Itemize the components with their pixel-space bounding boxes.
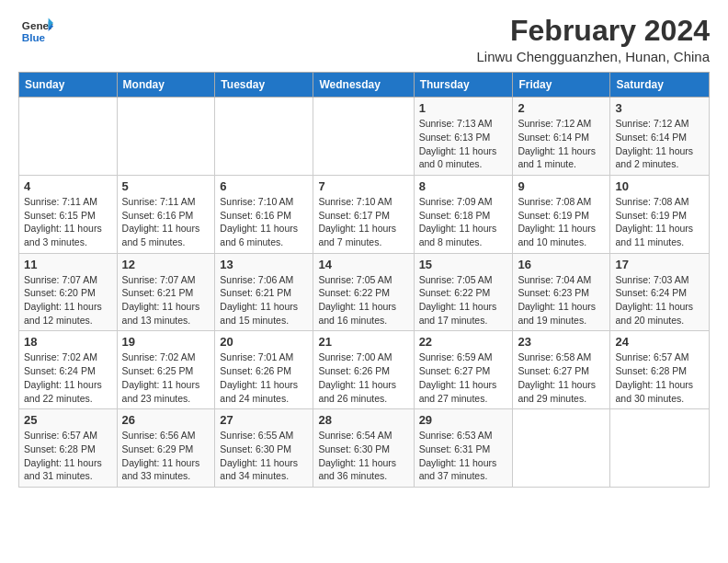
day-info: Sunrise: 6:57 AM Sunset: 6:28 PM Dayligh… bbox=[615, 350, 704, 405]
day-number: 1 bbox=[419, 101, 508, 115]
day-info: Sunrise: 6:58 AM Sunset: 6:27 PM Dayligh… bbox=[518, 350, 605, 405]
day-info: Sunrise: 6:57 AM Sunset: 6:28 PM Dayligh… bbox=[24, 429, 112, 483]
calendar-cell: 26Sunrise: 6:56 AM Sunset: 6:29 PM Dayli… bbox=[117, 409, 215, 488]
day-number: 3 bbox=[615, 101, 704, 115]
calendar-cell: 17Sunrise: 7:03 AM Sunset: 6:24 PM Dayli… bbox=[610, 253, 710, 331]
calendar-cell: 15Sunrise: 7:05 AM Sunset: 6:22 PM Dayli… bbox=[414, 253, 513, 331]
week-row-1: 1Sunrise: 7:13 AM Sunset: 6:13 PM Daylig… bbox=[19, 98, 710, 176]
day-info: Sunrise: 7:06 AM Sunset: 6:21 PM Dayligh… bbox=[220, 273, 308, 327]
day-number: 6 bbox=[220, 179, 308, 193]
day-info: Sunrise: 7:02 AM Sunset: 6:24 PM Dayligh… bbox=[24, 350, 112, 405]
day-number: 26 bbox=[122, 413, 210, 427]
day-info: Sunrise: 7:10 AM Sunset: 6:16 PM Dayligh… bbox=[220, 195, 308, 249]
calendar-cell: 28Sunrise: 6:54 AM Sunset: 6:30 PM Dayli… bbox=[313, 409, 414, 488]
col-header-sunday: Sunday bbox=[19, 73, 118, 98]
day-number: 9 bbox=[518, 179, 605, 193]
day-info: Sunrise: 6:53 AM Sunset: 6:31 PM Dayligh… bbox=[419, 429, 508, 483]
week-row-4: 18Sunrise: 7:02 AM Sunset: 6:24 PM Dayli… bbox=[19, 331, 710, 409]
calendar-cell: 29Sunrise: 6:53 AM Sunset: 6:31 PM Dayli… bbox=[414, 409, 513, 488]
day-number: 19 bbox=[122, 335, 210, 349]
calendar-cell bbox=[117, 98, 215, 176]
calendar-cell: 3Sunrise: 7:12 AM Sunset: 6:14 PM Daylig… bbox=[610, 98, 710, 176]
day-info: Sunrise: 7:03 AM Sunset: 6:24 PM Dayligh… bbox=[615, 273, 704, 327]
day-number: 20 bbox=[220, 335, 308, 349]
col-header-wednesday: Wednesday bbox=[313, 73, 414, 98]
calendar-cell: 10Sunrise: 7:08 AM Sunset: 6:19 PM Dayli… bbox=[610, 175, 710, 253]
calendar-cell: 2Sunrise: 7:12 AM Sunset: 6:14 PM Daylig… bbox=[513, 98, 610, 176]
calendar-cell: 18Sunrise: 7:02 AM Sunset: 6:24 PM Dayli… bbox=[19, 331, 118, 409]
day-info: Sunrise: 7:04 AM Sunset: 6:23 PM Dayligh… bbox=[518, 273, 605, 327]
calendar-cell: 8Sunrise: 7:09 AM Sunset: 6:18 PM Daylig… bbox=[414, 175, 513, 253]
calendar-cell: 1Sunrise: 7:13 AM Sunset: 6:13 PM Daylig… bbox=[414, 98, 513, 176]
calendar-cell: 22Sunrise: 6:59 AM Sunset: 6:27 PM Dayli… bbox=[414, 331, 513, 409]
calendar-cell bbox=[215, 98, 313, 176]
day-info: Sunrise: 6:59 AM Sunset: 6:27 PM Dayligh… bbox=[419, 350, 508, 405]
week-row-2: 4Sunrise: 7:11 AM Sunset: 6:15 PM Daylig… bbox=[19, 175, 710, 253]
day-info: Sunrise: 7:07 AM Sunset: 6:20 PM Dayligh… bbox=[24, 273, 112, 327]
calendar-cell: 20Sunrise: 7:01 AM Sunset: 6:26 PM Dayli… bbox=[215, 331, 313, 409]
week-row-3: 11Sunrise: 7:07 AM Sunset: 6:20 PM Dayli… bbox=[19, 253, 710, 331]
day-info: Sunrise: 7:00 AM Sunset: 6:26 PM Dayligh… bbox=[318, 350, 408, 405]
day-number: 11 bbox=[24, 258, 112, 271]
day-number: 17 bbox=[615, 258, 704, 271]
day-number: 4 bbox=[24, 179, 112, 193]
logo: General Blue bbox=[18, 15, 53, 52]
day-info: Sunrise: 7:08 AM Sunset: 6:19 PM Dayligh… bbox=[518, 195, 605, 249]
header-row: SundayMondayTuesdayWednesdayThursdayFrid… bbox=[19, 73, 710, 98]
calendar-cell: 7Sunrise: 7:10 AM Sunset: 6:17 PM Daylig… bbox=[313, 175, 414, 253]
main-title: February 2024 bbox=[476, 15, 710, 47]
title-block: February 2024 Linwu Chengguanzhen, Hunan… bbox=[476, 15, 710, 64]
col-header-monday: Monday bbox=[117, 73, 215, 98]
day-number: 23 bbox=[518, 335, 605, 349]
calendar-cell: 5Sunrise: 7:11 AM Sunset: 6:16 PM Daylig… bbox=[117, 175, 215, 253]
day-number: 2 bbox=[518, 101, 605, 115]
day-info: Sunrise: 7:05 AM Sunset: 6:22 PM Dayligh… bbox=[318, 273, 408, 327]
day-info: Sunrise: 7:12 AM Sunset: 6:14 PM Dayligh… bbox=[615, 117, 704, 171]
calendar-cell: 25Sunrise: 6:57 AM Sunset: 6:28 PM Dayli… bbox=[19, 409, 118, 488]
day-info: Sunrise: 7:05 AM Sunset: 6:22 PM Dayligh… bbox=[419, 273, 508, 327]
week-row-5: 25Sunrise: 6:57 AM Sunset: 6:28 PM Dayli… bbox=[19, 409, 710, 488]
day-number: 25 bbox=[24, 413, 112, 427]
day-number: 14 bbox=[318, 258, 408, 271]
logo-icon: General Blue bbox=[20, 15, 53, 48]
col-header-friday: Friday bbox=[513, 73, 610, 98]
day-info: Sunrise: 7:01 AM Sunset: 6:26 PM Dayligh… bbox=[220, 350, 308, 405]
day-number: 29 bbox=[419, 413, 508, 427]
calendar-cell: 13Sunrise: 7:06 AM Sunset: 6:21 PM Dayli… bbox=[215, 253, 313, 331]
calendar-cell: 9Sunrise: 7:08 AM Sunset: 6:19 PM Daylig… bbox=[513, 175, 610, 253]
col-header-thursday: Thursday bbox=[414, 73, 513, 98]
subtitle: Linwu Chengguanzhen, Hunan, China bbox=[476, 49, 710, 64]
day-info: Sunrise: 7:10 AM Sunset: 6:17 PM Dayligh… bbox=[318, 195, 408, 249]
calendar-cell: 24Sunrise: 6:57 AM Sunset: 6:28 PM Dayli… bbox=[610, 331, 710, 409]
calendar-cell: 21Sunrise: 7:00 AM Sunset: 6:26 PM Dayli… bbox=[313, 331, 414, 409]
calendar-cell bbox=[513, 409, 610, 488]
day-number: 27 bbox=[220, 413, 308, 427]
col-header-tuesday: Tuesday bbox=[215, 73, 313, 98]
calendar-cell: 12Sunrise: 7:07 AM Sunset: 6:21 PM Dayli… bbox=[117, 253, 215, 331]
day-number: 28 bbox=[318, 413, 408, 427]
day-info: Sunrise: 7:07 AM Sunset: 6:21 PM Dayligh… bbox=[122, 273, 210, 327]
day-info: Sunrise: 7:08 AM Sunset: 6:19 PM Dayligh… bbox=[615, 195, 704, 249]
day-number: 18 bbox=[24, 335, 112, 349]
day-number: 7 bbox=[318, 179, 408, 193]
calendar-cell: 6Sunrise: 7:10 AM Sunset: 6:16 PM Daylig… bbox=[215, 175, 313, 253]
day-number: 8 bbox=[419, 179, 508, 193]
day-info: Sunrise: 7:02 AM Sunset: 6:25 PM Dayligh… bbox=[122, 350, 210, 405]
header: General Blue February 2024 Linwu Chenggu… bbox=[18, 15, 710, 64]
calendar-cell: 16Sunrise: 7:04 AM Sunset: 6:23 PM Dayli… bbox=[513, 253, 610, 331]
calendar-cell: 4Sunrise: 7:11 AM Sunset: 6:15 PM Daylig… bbox=[19, 175, 118, 253]
col-header-saturday: Saturday bbox=[610, 73, 710, 98]
day-info: Sunrise: 7:11 AM Sunset: 6:16 PM Dayligh… bbox=[122, 195, 210, 249]
day-info: Sunrise: 6:54 AM Sunset: 6:30 PM Dayligh… bbox=[318, 429, 408, 483]
calendar-cell: 23Sunrise: 6:58 AM Sunset: 6:27 PM Dayli… bbox=[513, 331, 610, 409]
calendar-cell: 27Sunrise: 6:55 AM Sunset: 6:30 PM Dayli… bbox=[215, 409, 313, 488]
day-number: 10 bbox=[615, 179, 704, 193]
day-info: Sunrise: 6:55 AM Sunset: 6:30 PM Dayligh… bbox=[220, 429, 308, 483]
day-number: 13 bbox=[220, 258, 308, 271]
day-number: 5 bbox=[122, 179, 210, 193]
calendar-table: SundayMondayTuesdayWednesdayThursdayFrid… bbox=[18, 72, 710, 488]
day-number: 22 bbox=[419, 335, 508, 349]
day-info: Sunrise: 6:56 AM Sunset: 6:29 PM Dayligh… bbox=[122, 429, 210, 483]
day-number: 12 bbox=[122, 258, 210, 271]
day-number: 21 bbox=[318, 335, 408, 349]
